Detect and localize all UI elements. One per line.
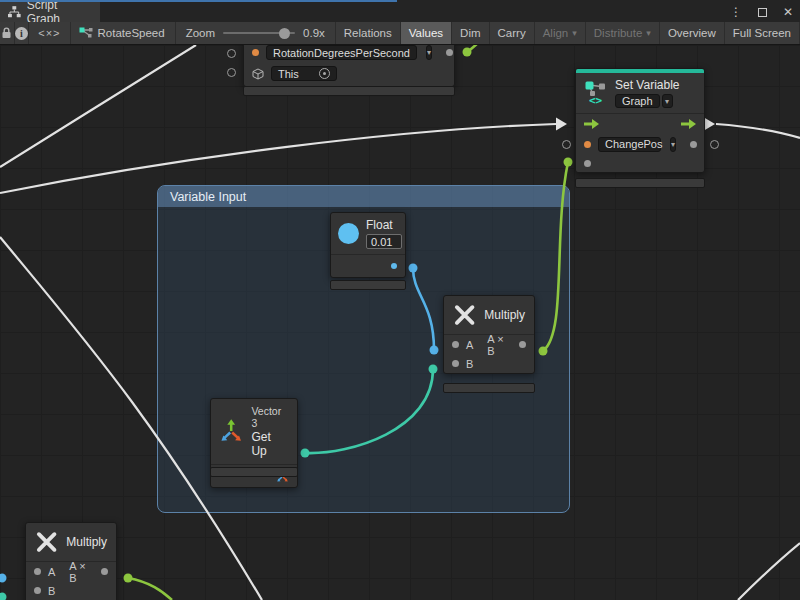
svg-text:<>: <> xyxy=(589,94,603,105)
toolbar-button-align[interactable]: Align xyxy=(535,22,586,44)
node-footer xyxy=(330,280,406,290)
node-footer xyxy=(575,178,705,188)
flow-in-arrow-icon[interactable] xyxy=(584,119,599,129)
zoom-slider-handle[interactable] xyxy=(279,28,290,39)
wire-endpoint-green xyxy=(124,574,133,583)
menu-icon[interactable]: ⋮ xyxy=(728,4,744,20)
window-controls: ⋮ ✕ xyxy=(728,2,796,22)
graph-name: RotateSpeed xyxy=(98,27,165,39)
zoom-slider[interactable] xyxy=(223,32,295,34)
toolbar-button-distribute[interactable]: Distribute xyxy=(586,22,660,44)
info-icon: i xyxy=(15,27,28,40)
zoom-value: 0.9x xyxy=(303,27,325,39)
node-set-variable[interactable]: <> Set Variable Graph xyxy=(575,68,705,173)
chevron-down-icon[interactable] xyxy=(662,94,673,108)
port-ring[interactable] xyxy=(227,49,236,58)
script-graph-window: Script Graph ⋮ ✕ i <×> xyxy=(0,0,800,600)
node-multiply[interactable]: Multiply A A × B B xyxy=(443,295,535,374)
port-b-label: B xyxy=(48,585,55,597)
variable-scope-dropdown[interactable]: Graph xyxy=(615,94,660,108)
variable-name-dropdown[interactable]: ChangePos xyxy=(598,137,661,152)
chevron-down-icon[interactable] xyxy=(426,45,432,60)
info-button[interactable]: i xyxy=(15,22,30,44)
graph-canvas[interactable]: Variable Input xyxy=(0,45,800,600)
maximize-icon[interactable] xyxy=(754,4,770,20)
node-multiply-2[interactable]: Multiply A A × B B xyxy=(25,522,117,600)
node-footer xyxy=(210,467,298,477)
wire-white-topleft xyxy=(0,45,196,167)
group-header[interactable]: Variable Input xyxy=(158,186,569,207)
flow-out-arrow-icon[interactable] xyxy=(681,119,696,129)
wire-endpoint-blue-edge xyxy=(0,574,7,583)
lock-icon xyxy=(1,27,12,39)
toolbar-button-relations[interactable]: Relations xyxy=(336,22,401,44)
port-ring[interactable] xyxy=(562,140,571,149)
focus-accent-line xyxy=(0,0,397,2)
graph-breadcrumb[interactable]: RotateSpeed xyxy=(71,22,176,44)
port-result-output[interactable] xyxy=(519,341,526,348)
toolbar-button-fullscreen[interactable]: Full Screen xyxy=(725,22,800,44)
node-type-label: Vector 3 xyxy=(251,405,289,429)
port-variable-name[interactable] xyxy=(252,49,259,56)
tab-script-graph[interactable]: Script Graph xyxy=(0,2,100,22)
graph-node-icon xyxy=(79,27,93,39)
target-object-field[interactable]: This xyxy=(271,66,337,81)
code-view-button[interactable]: <×> xyxy=(29,22,70,44)
port-out-label: A × B xyxy=(487,333,512,357)
port-a-input[interactable] xyxy=(452,341,459,348)
tab-strip: Script Graph ⋮ ✕ xyxy=(0,0,800,22)
toolbar-button-carry[interactable]: Carry xyxy=(490,22,535,44)
node-title: Get Up xyxy=(251,430,289,458)
node-title: Multiply xyxy=(484,308,525,322)
maximize-glyph xyxy=(758,8,767,17)
zoom-label: Zoom xyxy=(186,27,215,39)
port-variable-name[interactable] xyxy=(584,141,591,148)
float-value-input[interactable]: 0.01 xyxy=(366,234,402,249)
flow-input-triangle[interactable] xyxy=(556,118,567,131)
port-a-label: A xyxy=(48,566,55,578)
port-value-input[interactable] xyxy=(584,160,591,167)
multiply-icon xyxy=(453,303,476,327)
port-result-output[interactable] xyxy=(101,568,108,575)
port-ring[interactable] xyxy=(227,68,236,77)
group-title: Variable Input xyxy=(170,190,246,204)
variable-name-dropdown[interactable]: RotationDegreesPerSecond xyxy=(266,45,417,60)
node-title: Set Variable xyxy=(615,78,679,92)
port-b-input[interactable] xyxy=(452,360,459,367)
wire-endpoint-teal-edge xyxy=(0,593,7,600)
wire-endpoint-green xyxy=(564,158,573,167)
port-value-output[interactable] xyxy=(446,49,453,56)
wire-endpoint-green xyxy=(463,48,472,57)
gameobject-cube-icon xyxy=(252,68,264,80)
zoom-control: Zoom 0.9x xyxy=(176,22,336,44)
object-picker-icon[interactable] xyxy=(319,68,330,79)
port-a-input[interactable] xyxy=(34,568,41,575)
chevron-down-icon[interactable] xyxy=(670,137,676,152)
vector3-icon xyxy=(219,419,243,444)
target-object-label: This xyxy=(278,68,299,80)
node-float[interactable]: Float 0.01 xyxy=(330,212,406,278)
toolbar-button-overview[interactable]: Overview xyxy=(660,22,725,44)
port-out-label: A × B xyxy=(69,560,94,584)
float-type-icon xyxy=(338,223,359,244)
wire-green-bottom-multiply-out xyxy=(128,578,172,600)
node-footer xyxy=(443,383,535,393)
toolbar-button-values[interactable]: Values xyxy=(401,22,452,44)
node-get-variable[interactable]: RotationDegreesPerSecond This xyxy=(243,45,455,87)
node-title: Float xyxy=(366,218,402,232)
lock-button[interactable] xyxy=(0,22,15,44)
port-a-label: A xyxy=(466,339,473,351)
flow-output-triangle[interactable] xyxy=(704,118,715,131)
port-float-output[interactable] xyxy=(391,263,397,269)
close-icon[interactable]: ✕ xyxy=(780,4,796,20)
port-b-label: B xyxy=(466,358,473,370)
graph-tree-icon xyxy=(8,6,21,18)
toolbar-button-dim[interactable]: Dim xyxy=(452,22,489,44)
node-title: Multiply xyxy=(66,535,107,549)
wire-white-out-setvariable xyxy=(716,124,800,138)
port-value-output[interactable] xyxy=(690,141,697,148)
port-b-input[interactable] xyxy=(34,587,41,594)
wire-white-bottomright xyxy=(738,543,800,600)
multiply-icon xyxy=(35,530,58,554)
port-ring[interactable] xyxy=(710,140,719,149)
